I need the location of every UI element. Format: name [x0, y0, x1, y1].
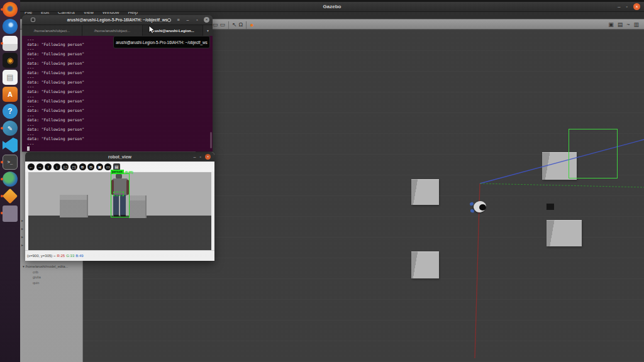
close-button[interactable]: ×	[205, 154, 211, 160]
tree-expander-icon[interactable]: ▸	[21, 243, 23, 247]
terminal-line: ---	[27, 94, 213, 99]
robot-view-title: robot_view	[108, 155, 131, 159]
dock-help-icon[interactable]: ?	[2, 104, 18, 119]
maximize-button[interactable]: ▫	[626, 3, 628, 10]
gz-copy-icon[interactable]: ▭	[213, 21, 218, 29]
terminal-tab[interactable]: /home/arushi/object...	[22, 25, 82, 36]
gz-plot-icon[interactable]: ~	[626, 21, 630, 29]
terminal-line: ---	[27, 84, 213, 89]
terminal-line: data: "Following person"	[27, 70, 213, 75]
terminal-line: ---	[27, 141, 213, 146]
terminal-line: ---	[27, 132, 213, 137]
terminal-tabbar: /home/arushi/object.../home/arushi/objec…	[22, 25, 213, 36]
model-tree-item[interactable]: quin	[33, 281, 82, 285]
tree-expander-icon[interactable]: ▸	[21, 234, 23, 239]
gz-rotate-mode-icon[interactable]: Ω	[239, 21, 243, 29]
terminal-titlebar[interactable]: arushi@arushi-Legion-5-Pro-16IAH7H: ~/ob…	[22, 15, 213, 25]
terminal-title: arushi@arushi-Legion-5-Pro-16IAH7H: ~/ob…	[67, 18, 168, 22]
dock-gazebo-icon[interactable]	[2, 189, 18, 204]
robot-view-window[interactable]: robot_view – ▫ × ←→↑↓◱◳⊕⊖▣▭▤ person (0.9…	[25, 152, 214, 261]
rv-back-icon[interactable]: ←	[28, 163, 35, 170]
dock-window-preview-icon[interactable]	[2, 206, 18, 221]
detection-bounding-box	[111, 173, 130, 217]
dock-editor-icon[interactable]: ✎	[2, 121, 18, 136]
rv-zoom-out-icon[interactable]: ⊖	[87, 163, 94, 170]
terminal-line: ---	[27, 65, 213, 70]
tab-dropdown-icon[interactable]: ▾	[203, 25, 213, 36]
dock-software-icon[interactable]: A	[2, 87, 18, 102]
pixel-red-value: R:25	[57, 254, 65, 258]
model-tree-item[interactable]: crib	[33, 270, 82, 274]
terminal-line: data: "Following person"	[27, 108, 213, 113]
terminal-line: ---	[27, 56, 213, 61]
gz-select-mode-icon[interactable]: ↖	[232, 21, 237, 29]
terminal-line: data: "Following person"	[27, 118, 213, 123]
menu-icon[interactable]: ≡	[175, 17, 181, 23]
terminal-line: ---	[27, 113, 213, 118]
rv-forward-icon[interactable]: →	[36, 163, 43, 170]
terminal-line: ---	[27, 123, 213, 128]
dock-writer-icon[interactable]: ▤	[2, 70, 18, 85]
detection-score: (0.95)	[125, 170, 133, 174]
scene-selection-outline	[569, 129, 618, 178]
mouse-cursor	[148, 25, 155, 38]
ubuntu-dock: ◉▤A?✎>_	[0, 0, 20, 362]
cursor-coords: (x=900, y=305) ~	[27, 254, 56, 258]
robot-person-model[interactable]	[469, 200, 489, 217]
gz-screenshot-icon[interactable]: ▣	[608, 21, 614, 29]
minimize-button[interactable]: –	[194, 154, 196, 160]
gz-point-light-icon[interactable]: ●	[250, 21, 253, 29]
pixel-green-value: G:33	[66, 254, 74, 258]
gz-topic-icon[interactable]: ▥	[633, 21, 639, 29]
minimize-button[interactable]: –	[618, 3, 620, 10]
dock-files-icon[interactable]	[2, 36, 18, 51]
dock-thunderbird-icon[interactable]	[2, 19, 18, 34]
dock-media-player-icon[interactable]: ◉	[2, 53, 18, 68]
minimize-icon[interactable]: –	[185, 17, 191, 23]
rv-snapshot-icon[interactable]: ▣	[96, 163, 103, 170]
terminal-scrollbar[interactable]	[210, 132, 212, 148]
rv-zoom-in-icon[interactable]: ⊕	[79, 163, 86, 170]
gz-divider[interactable]	[246, 21, 247, 29]
terminal-line: data: "Following person"	[27, 80, 213, 85]
terminal-line: data: "Following person"	[27, 136, 213, 141]
dock-terminal-icon[interactable]: >_	[2, 155, 18, 170]
tree-expander-icon[interactable]: ▸	[21, 226, 23, 231]
gazebo-window-titlebar[interactable]: Gazebo – ▫ ×	[20, 2, 644, 12]
dock-earth-icon[interactable]	[2, 172, 18, 187]
terminal-line: data: "Following person"	[27, 61, 213, 66]
terminal-line: ---	[27, 75, 213, 80]
terminal-tab[interactable]: /home/arushi/object...	[82, 25, 143, 36]
search-icon[interactable]	[166, 17, 172, 23]
maximize-button[interactable]: ▫	[200, 154, 201, 160]
dock-firefox-icon[interactable]	[2, 2, 18, 17]
rv-display-icon[interactable]: ▤	[113, 163, 120, 170]
pixel-blue-value: B:49	[75, 254, 83, 258]
rv-down-icon[interactable]: ↓	[53, 163, 60, 170]
detection-label: person (0.95)	[111, 170, 133, 174]
dock-vscode-icon[interactable]	[2, 138, 18, 153]
gz-paste-icon[interactable]: ▭	[220, 21, 226, 29]
close-button[interactable]: ×	[633, 3, 640, 10]
pixel-status-bar: (x=900, y=305) ~ R:25 G:33 B:49	[25, 250, 214, 261]
model-path-tree-item[interactable]: ▾ /home/arushi/model_edita...	[23, 265, 82, 268]
terminal-cursor	[27, 146, 30, 151]
detection-class-chip: person	[111, 170, 124, 174]
terminal-app-icon	[31, 18, 35, 22]
robot-view-titlebar[interactable]: robot_view – ▫ ×	[25, 152, 214, 162]
camera-cube-left	[60, 195, 88, 217]
person-head	[479, 204, 486, 211]
gz-divider[interactable]	[228, 21, 229, 29]
tree-expander-icon[interactable]: ▸	[21, 218, 23, 222]
close-icon[interactable]: ×	[204, 17, 209, 23]
rv-window-icon[interactable]: ▭	[104, 163, 111, 170]
model-tree-item[interactable]: giulia	[33, 275, 82, 279]
rv-zoom-region-icon[interactable]: ◳	[70, 163, 77, 170]
terminal-output[interactable]: ---data: "Following person"---data: "Fol…	[22, 36, 213, 151]
rv-up-icon[interactable]: ↑	[45, 163, 52, 170]
maximize-icon[interactable]: ▫	[194, 17, 200, 23]
gz-log-icon[interactable]: ▤	[618, 21, 623, 29]
rv-zoom-fit-icon[interactable]: ◱	[62, 163, 69, 170]
window-title: Gazebo	[323, 4, 341, 9]
camera-ground	[28, 216, 211, 250]
